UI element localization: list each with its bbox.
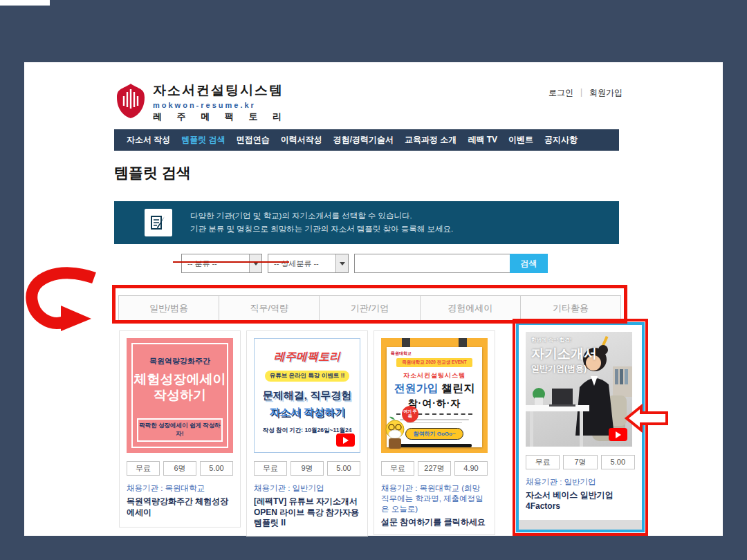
account-links: 로그인 | 회원가입 xyxy=(548,87,622,99)
org-link[interactable]: 채용기관 : 일반기업 xyxy=(254,483,360,494)
search-button[interactable]: 검색 xyxy=(510,254,548,273)
tab-experience-essay[interactable]: 경험에세이 xyxy=(420,295,521,321)
poster-brand: 자소서컨설팅시스템 xyxy=(403,371,465,380)
youtube-play-icon xyxy=(336,433,355,447)
thumb-caption: 팍팍한 성장에세이 쉽게 작성하자! xyxy=(137,418,223,442)
thumb-badge: 목원역량강화주간 xyxy=(127,356,233,366)
poster-smalltext-line xyxy=(407,422,462,424)
subcategory-select[interactable]: -- 상세분류 -- xyxy=(268,254,349,273)
card-title[interactable]: 자소서 베이스 일반기업 4Factors xyxy=(526,490,635,512)
category-select[interactable]: -- 분류 -- xyxy=(181,254,262,273)
template-card[interactable]: 목원대학교 목원대학교 2020 전교생 EVENT 자소서컨설팅시스템 전원가… xyxy=(374,330,495,535)
card-footer-area xyxy=(519,520,642,530)
nav-item-interview[interactable]: 면접연습 xyxy=(231,129,275,151)
rating-value: 5.00 xyxy=(327,461,360,476)
tab-general[interactable]: 일반/범용 xyxy=(118,295,219,321)
card-title[interactable]: 목원역량강화주간 체험성장에세이 xyxy=(127,496,233,518)
rating-value: 5.00 xyxy=(601,455,635,469)
thumb-title-line1: 체험성장에세이 xyxy=(127,372,233,388)
participant-count: 7명 xyxy=(563,455,597,469)
template-card[interactable]: 목원역량강화주간 체험성장에세이 작성하기 팍팍한 성장에세이 쉽게 작성하자!… xyxy=(119,330,241,528)
tab-job-competency[interactable]: 직무/역량 xyxy=(219,295,320,321)
nav-item-resume-write[interactable]: 자소서 작성 xyxy=(121,129,176,151)
nav-item-events[interactable]: 이벤트 xyxy=(503,129,539,151)
signup-link[interactable]: 회원가입 xyxy=(589,87,622,99)
thumb-line2: 자소서 작성하기 xyxy=(269,406,344,419)
poster-word-blue: 전원가입 xyxy=(394,382,439,394)
highlighted-card-border: 한번에 슥~! 합격! 자기소개서 일반기업(범용) 무료 7명 5.00 채용… xyxy=(516,322,645,532)
rating-value: 5.00 xyxy=(200,461,233,476)
logo-domain: mokwon-resume.kr xyxy=(153,101,288,109)
card-thumbnail[interactable]: 목원역량강화주간 체험성장에세이 작성하기 팍팍한 성장에세이 쉽게 작성하자! xyxy=(127,338,233,453)
card-title[interactable]: [레팩TV] 유튜브 자기소개서 OPEN 라이브 특강 참가자용 템플릿 II xyxy=(254,496,360,529)
site-logo[interactable]: 자소서컨설팅시스템 mokwon-resume.kr 레 주 메 팩 토 리 xyxy=(116,82,288,123)
corner-artifact xyxy=(0,0,50,6)
youtube-play-icon xyxy=(609,428,627,441)
poster-univ: 목원대학교 xyxy=(391,351,412,357)
main-nav: 자소서 작성 템플릿 검색 면접연습 이력서작성 경험/경력기술서 교육과정 소… xyxy=(114,129,619,151)
thumb-line1: 문제해결, 직무경험 xyxy=(263,389,351,402)
page-content: 자소서컨설팅시스템 mokwon-resume.kr 레 주 메 팩 토 리 로… xyxy=(24,62,723,536)
template-card[interactable]: 레주메팩토리 유튜브 온라인 특강 이벤트 !! 문제해결, 직무경험 자소서 … xyxy=(246,330,368,536)
thumb-title: 자기소개서 xyxy=(531,345,597,363)
poster-ribbon: 목원대학교 2020 전교생 EVENT xyxy=(396,358,472,367)
logo-title: 자소서컨설팅시스템 xyxy=(153,82,288,100)
banner-line1: 다양한 기관(기업 및 학교)의 자기소개서를 선택할 수 있습니다. xyxy=(190,209,453,223)
participant-count: 227명 xyxy=(418,461,451,476)
banner-line2: 기관 분류 및 명칭으로 희망하는 기관의 자소서 템플릿 찾아 등록해 보세요… xyxy=(190,223,453,236)
poster-join-button: 참여하기 GoGo~ xyxy=(405,428,463,440)
nav-item-repack-tv[interactable]: 레팩 TV xyxy=(462,129,503,151)
org-link[interactable]: 채용기관 : 목원대학교 xyxy=(127,483,233,494)
note-pencil-icon xyxy=(145,209,172,236)
card-thumbnail[interactable]: 한번에 슥~! 합격! 자기소개서 일반기업(범용) xyxy=(526,332,632,447)
link-divider: | xyxy=(580,87,582,99)
logo-subtitle: 레 주 메 팩 토 리 xyxy=(153,111,288,123)
search-input[interactable] xyxy=(354,254,532,273)
screenshot-frame: 자소서컨설팅시스템 mokwon-resume.kr 레 주 메 팩 토 리 로… xyxy=(0,0,747,560)
login-link[interactable]: 로그인 xyxy=(548,87,573,99)
nav-item-template-search[interactable]: 템플릿 검색 xyxy=(176,129,230,151)
rating-value: 4.90 xyxy=(454,461,488,476)
thumb-title-line2: 작성하기 xyxy=(127,388,233,404)
thumb-highlight: 유튜브 온라인 특강 이벤트 !! xyxy=(265,371,350,382)
card-title[interactable]: 설문 참여하기를 클릭하세요 xyxy=(381,517,488,528)
card-thumbnail[interactable]: 목원대학교 목원대학교 2020 전교생 EVENT 자소서컨설팅시스템 전원가… xyxy=(381,338,488,453)
participant-count: 9명 xyxy=(290,461,324,476)
template-card[interactable]: 한번에 슥~! 합격! 자기소개서 일반기업(범용) 무료 7명 5.00 채용… xyxy=(519,325,642,516)
tab-other[interactable]: 기타활용 xyxy=(520,295,621,321)
thumb-subtitle: 일반기업(범용) xyxy=(531,363,597,375)
nav-item-courses[interactable]: 교육과정 소개 xyxy=(399,129,462,151)
poster-word-black: 챌린지 xyxy=(441,382,474,394)
page-title: 템플릿 검색 xyxy=(114,163,191,183)
price-badge: 무료 xyxy=(254,461,287,476)
price-badge: 무료 xyxy=(127,461,160,476)
price-badge: 무료 xyxy=(526,455,560,469)
template-category-tabs: 일반/범용 직무/역량 기관/기업 경험에세이 기타활용 xyxy=(118,295,621,321)
annotation-red-box-card: 한번에 슥~! 합격! 자기소개서 일반기업(범용) 무료 7명 5.00 채용… xyxy=(513,319,648,536)
participant-count: 6명 xyxy=(163,461,196,476)
thumb-brand: 레주메팩토리 xyxy=(274,350,340,364)
nav-item-experience[interactable]: 경험/경력기술서 xyxy=(328,129,399,151)
mascot-icon xyxy=(381,416,409,453)
card-thumbnail[interactable]: 레주메팩토리 유튜브 온라인 특강 이벤트 !! 문제해결, 직무경험 자소서 … xyxy=(254,338,360,453)
tab-organization[interactable]: 기관/기업 xyxy=(319,295,420,321)
price-badge: 무료 xyxy=(381,461,414,476)
chevron-down-icon xyxy=(249,254,261,272)
thumb-tag: 한번에 슥~! 합격! xyxy=(531,337,597,344)
university-emblem-icon xyxy=(116,82,146,122)
org-link[interactable]: 채용기관 : 목원대학교 (희망직무에는 학과명, 제출예정일은 오늘로) xyxy=(381,483,488,514)
chevron-down-icon xyxy=(335,254,348,272)
info-banner: 다양한 기관(기업 및 학교)의 자기소개서를 선택할 수 있습니다. 기관 분… xyxy=(114,201,619,244)
nav-item-notices[interactable]: 공지사항 xyxy=(539,129,583,151)
org-link[interactable]: 채용기관 : 일반기업 xyxy=(526,477,635,487)
nav-item-cv-write[interactable]: 이력서작성 xyxy=(275,129,328,151)
